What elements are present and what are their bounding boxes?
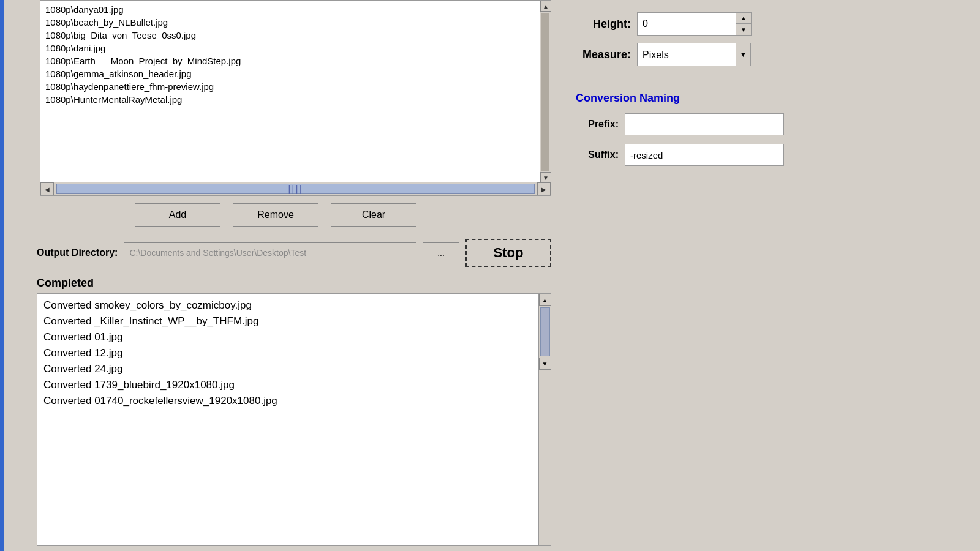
completed-list-item: Converted 12.jpg: [40, 345, 536, 361]
browse-button[interactable]: ...: [423, 242, 459, 263]
scroll-up-btn[interactable]: ▲: [540, 1, 551, 12]
completed-scroll-thumb[interactable]: [540, 307, 550, 356]
completed-list-item: Converted _Killer_Instinct_WP__by_THFM.j…: [40, 313, 536, 329]
output-dir-label: Output Directory:: [37, 247, 118, 258]
hscroll-thumb[interactable]: ||||: [56, 184, 535, 194]
suffix-row: Suffix:: [576, 144, 968, 166]
suffix-input[interactable]: [625, 144, 784, 166]
file-list-item[interactable]: 1080p\HunterMentalRayMetal.jpg: [40, 93, 551, 106]
scroll-thumb[interactable]: [541, 13, 549, 171]
prefix-input[interactable]: [625, 113, 784, 135]
file-list-item[interactable]: 1080p\danya01.jpg: [40, 3, 551, 16]
completed-list-item: Converted smokey_colors_by_cozmicboy.jpg: [40, 298, 536, 313]
completed-label: Completed: [37, 277, 551, 290]
height-input[interactable]: [638, 13, 736, 35]
prefix-label: Prefix:: [576, 119, 619, 130]
completed-list-item: Converted 1739_bluebird_1920x1080.jpg: [40, 377, 536, 393]
measure-dropdown-btn[interactable]: ▼: [736, 43, 750, 66]
remove-button[interactable]: Remove: [233, 203, 318, 227]
clear-button[interactable]: Clear: [331, 203, 417, 227]
completed-vscrollbar[interactable]: ▲ ▼: [538, 294, 551, 545]
completed-list-item: Converted 24.jpg: [40, 361, 536, 377]
action-buttons-row: Add Remove Clear: [0, 196, 564, 234]
height-input-container: ▲ ▼: [637, 12, 752, 36]
scroll-down-btn[interactable]: ▼: [540, 172, 551, 183]
stop-button[interactable]: Stop: [466, 239, 551, 267]
completed-scroll-down-btn[interactable]: ▼: [539, 358, 551, 370]
file-list-scroll[interactable]: 1080p\danya01.jpg1080p\beach_by_NLBullet…: [40, 1, 551, 182]
naming-title: Conversion Naming: [576, 92, 968, 105]
prefix-row: Prefix:: [576, 113, 968, 135]
hscroll-right-btn[interactable]: ▶: [537, 182, 551, 196]
file-list-container: 1080p\danya01.jpg1080p\beach_by_NLBullet…: [40, 0, 551, 196]
height-up-btn[interactable]: ▲: [736, 13, 751, 24]
right-panel: Height: ▲ ▼ Measure: Pixels Percent: [564, 0, 980, 551]
completed-section: Completed Converted smokey_colors_by_coz…: [6, 272, 564, 551]
completed-list-container: Converted smokey_colors_by_cozmicboy.jpg…: [37, 293, 551, 546]
suffix-label: Suffix:: [576, 149, 619, 160]
left-accent-bar: [0, 0, 4, 551]
settings-box: Height: ▲ ▼ Measure: Pixels Percent: [576, 6, 968, 86]
completed-list-scroll[interactable]: Converted smokey_colors_by_cozmicboy.jpg…: [37, 294, 538, 545]
height-row: Height: ▲ ▼: [576, 12, 968, 36]
output-dir-input[interactable]: [124, 242, 417, 263]
measure-select-container: Pixels Percent ▼: [637, 43, 751, 66]
file-list-item[interactable]: 1080p\Earth___Moon_Project_by_MindStep.j…: [40, 54, 551, 67]
completed-scroll-up-btn[interactable]: ▲: [539, 294, 551, 306]
hscroll-left-btn[interactable]: ◀: [40, 182, 54, 196]
measure-row: Measure: Pixels Percent ▼: [576, 43, 968, 66]
height-down-btn[interactable]: ▼: [736, 24, 751, 35]
naming-section: Conversion Naming Prefix: Suffix:: [576, 92, 968, 174]
file-list-item[interactable]: 1080p\beach_by_NLBullet.jpg: [40, 16, 551, 29]
measure-label: Measure:: [576, 48, 631, 61]
add-button[interactable]: Add: [135, 203, 221, 227]
output-dir-row: Output Directory: ... Stop: [6, 234, 564, 272]
file-list-item[interactable]: 1080p\gemma_atkinson_header.jpg: [40, 67, 551, 80]
height-label: Height:: [576, 18, 631, 31]
height-spinner[interactable]: ▲ ▼: [736, 13, 751, 35]
completed-list-item: Converted 01740_rockefellersview_1920x10…: [40, 393, 536, 409]
file-list-item[interactable]: 1080p\haydenpanettiere_fhm-preview.jpg: [40, 80, 551, 93]
measure-select[interactable]: Pixels Percent: [638, 43, 736, 66]
file-list-vscrollbar[interactable]: ▲ ▼: [540, 1, 551, 183]
file-list-item[interactable]: 1080p\big_Dita_von_Teese_0ss0.jpg: [40, 29, 551, 42]
completed-list-item: Converted 01.jpg: [40, 329, 536, 345]
file-list-item[interactable]: 1080p\dani.jpg: [40, 42, 551, 54]
file-list-hscrollbar[interactable]: ◀ |||| ▶: [40, 182, 551, 195]
